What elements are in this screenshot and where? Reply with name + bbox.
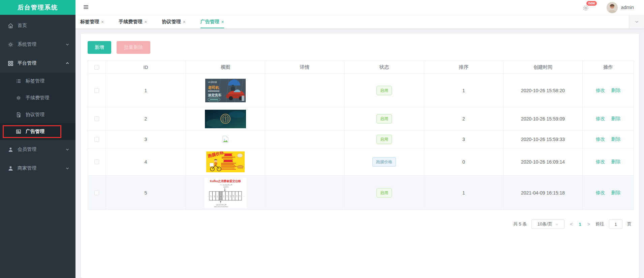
sidebar: 后台管理系统 首页 系统管理 平台管理 [0,0,75,278]
cell-created: 2020-10-26 15:59:09 [503,107,583,131]
avatar[interactable] [607,2,618,13]
page-suffix: 页 [627,221,632,227]
select-all-checkbox[interactable] [94,65,99,70]
row-checkbox[interactable] [94,88,99,93]
cell-created: 2020-10-26 15:59:33 [503,131,583,148]
tab-fees[interactable]: 手续费管理 × [119,15,147,28]
close-icon[interactable]: × [144,19,147,25]
edit-link[interactable]: 修改 [596,116,605,121]
grid-icon [7,60,13,66]
sidebar-item-system[interactable]: 系统管理 [0,35,75,54]
status-badge: 启用 [376,135,392,144]
table-header-row: ID 横图 详情 状态 排序 创建时间 操作 [88,61,634,74]
platform-submenu: 标签管理 手续费管理 协议管理 广告管理 [0,73,75,140]
sidebar-item-label: 平台管理 [18,60,36,66]
delete-link[interactable]: 删除 [611,159,620,164]
svg-text:淡定洗车: 淡定洗车 [208,93,222,97]
col-created: 创建时间 [503,61,583,74]
status-badge: 启用 [376,86,392,95]
sidebar-item-home[interactable]: 首页 [0,16,75,35]
cell-created: 2020-10-26 16:09:14 [503,148,583,176]
tab-tags[interactable]: 标签管理 × [80,15,104,28]
batch-delete-button[interactable]: 批量删除 [117,41,150,54]
prev-page-button[interactable]: < [569,221,573,227]
delete-link[interactable]: 删除 [611,88,620,93]
table-row: 2 [88,107,634,131]
list-icon [16,78,22,84]
gear-icon [7,41,13,47]
banner-image-errand-price-ad[interactable]: 跑腿价格 [206,151,245,172]
svg-text:x: x [219,196,221,197]
sidebar-item-label: 会员管理 [18,146,36,152]
add-button[interactable]: 新增 [88,41,111,54]
col-id: ID [106,61,186,74]
table-row: 3 启用 3 2020-10-26 15:59:33 修 [88,131,634,148]
edit-link[interactable]: 修改 [596,190,605,195]
col-status: 状态 [344,61,424,74]
document-icon [16,112,22,118]
svg-text:Kafka之消费者提交位移: Kafka之消费者提交位移 [210,179,241,183]
chevron-down-icon [65,42,69,46]
tab-ads[interactable]: 广告管理 × [201,15,224,28]
edit-link[interactable]: 修改 [596,136,605,142]
cell-id: 1 [106,74,186,107]
svg-text:老司机: 老司机 [208,85,219,90]
sidebar-item-protocol[interactable]: 协议管理 [0,106,75,123]
close-icon[interactable]: × [101,19,104,25]
svg-text:x-3: x-3 [210,195,212,197]
banner-image-kafka-diagram[interactable]: Kafka之消费者提交位移 下一条消息的位置 position … [205,178,247,208]
sidebar-item-merchants[interactable]: 商家管理 [0,159,75,178]
chevron-down-icon [555,222,559,226]
edit-link[interactable]: 修改 [596,159,605,164]
content-card: 新增 批量删除 ID 横图 详情 状态 排序 创建时间 操作 [81,34,639,278]
tab-list-dropdown[interactable] [629,15,644,28]
sidebar-item-ads[interactable]: 广告管理 [0,123,75,140]
svg-text:x+5: x+5 [236,195,237,197]
settings-gear-icon[interactable]: new [582,3,590,11]
banner-image-car-wash-ad[interactable]: UC浏览器 老司机 淡定洗车 [205,79,246,102]
row-checkbox[interactable] [94,116,99,121]
row-checkbox[interactable] [94,137,99,142]
tab-protocol[interactable]: 协议管理 × [162,15,185,28]
broken-image-icon[interactable] [221,135,229,143]
edit-link[interactable]: 修改 [596,88,605,93]
row-checkbox[interactable] [94,160,99,164]
goto-page-input[interactable] [609,219,622,229]
cell-sort: 1 [424,176,503,210]
tab-label: 协议管理 [162,19,181,25]
image-icon [16,129,22,135]
next-page-button[interactable]: > [587,221,591,227]
hamburger-icon[interactable] [83,4,89,11]
chevron-down-icon [65,147,69,151]
svg-text:x-2: x-2 [213,195,215,197]
tab-label: 广告管理 [201,19,219,25]
gear-icon [16,95,22,101]
tab-bar: 标签管理 × 手续费管理 × 协议管理 × 广告管理 × [75,15,644,29]
close-icon[interactable]: × [183,19,185,25]
close-icon[interactable]: × [221,19,224,25]
new-badge: new [586,1,597,6]
svg-text:x-1: x-1 [216,195,218,197]
cell-sort: 2 [424,107,503,131]
delete-link[interactable]: 删除 [611,116,620,121]
sidebar-item-platform[interactable]: 平台管理 [0,54,75,73]
delete-link[interactable]: 删除 [611,136,620,142]
sidebar-menu: 首页 系统管理 平台管理 标签管理 [0,15,75,178]
cell-detail [265,176,344,210]
svg-text:x+1: x+1 [223,195,224,197]
sidebar-item-fees[interactable]: 手续费管理 [0,90,75,106]
status-badge: 跑腿价格 [372,157,396,167]
page-size-select[interactable]: 10条/页 [531,219,564,229]
main-content: 新增 批量删除 ID 横图 详情 状态 排序 创建时间 操作 [75,29,644,278]
sidebar-item-members[interactable]: 会员管理 [0,140,75,159]
delete-link[interactable]: 删除 [611,190,620,195]
row-checkbox[interactable] [94,190,99,195]
username[interactable]: admin [621,5,634,10]
sidebar-item-tags[interactable]: 标签管理 [0,73,75,90]
banner-image-inter-logo[interactable] [205,110,246,128]
svg-text:x+2: x+2 [226,195,228,197]
current-page[interactable]: 1 [578,222,582,227]
col-banner: 横图 [186,61,265,74]
col-sort: 排序 [424,61,503,74]
tab-label: 手续费管理 [119,19,142,25]
